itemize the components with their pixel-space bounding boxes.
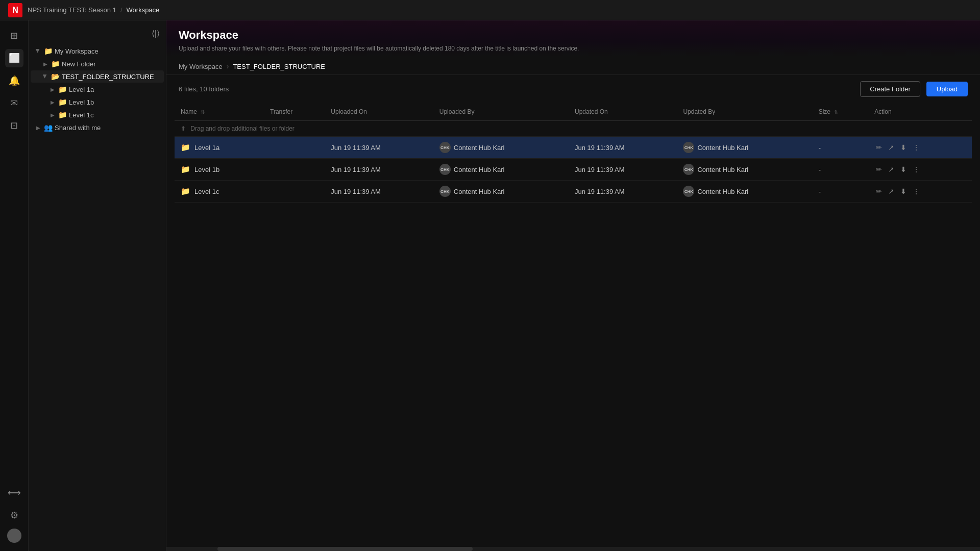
shared-icon: 👥 xyxy=(44,123,53,132)
download-icon-1a[interactable]: ⬇ xyxy=(899,142,908,153)
avatar-uploaded-by-1c: CHK xyxy=(439,186,451,197)
cell-size-1a: - xyxy=(813,137,869,159)
col-transfer: Transfer xyxy=(264,103,325,121)
sort-size-icon: ⇅ xyxy=(834,109,838,115)
sidebar-item-shared-with-me[interactable]: ▶ 👥 Shared with me xyxy=(31,121,164,134)
cell-uploaded-on-1a: Jun 19 11:39 AM xyxy=(325,137,433,159)
nav-tools-icon[interactable]: ⊡ xyxy=(5,116,23,135)
settings-icon[interactable]: ⚙ xyxy=(5,506,23,524)
page-header: Workspace Upload and share your files wi… xyxy=(166,20,980,56)
table-row[interactable]: 📁 Level 1b Jun 19 11:39 AM CHK Content H… xyxy=(175,159,972,181)
share-icon-1c[interactable]: ↗ xyxy=(887,186,896,197)
icon-rail: ⊞ ⬜ 🔔 ✉ ⊡ ⟷ ⚙ xyxy=(0,20,29,551)
netflix-logo: N xyxy=(8,3,22,17)
main-layout: ⊞ ⬜ 🔔 ✉ ⊡ ⟷ ⚙ ⟨|⟩ ▶ 📁 My Workspace ▶ 📁 xyxy=(0,20,980,551)
sidebar-label-my-workspace: My Workspace xyxy=(55,47,160,55)
cell-updated-by-1c: CHK Content Hub Karl xyxy=(677,181,812,203)
cell-uploaded-on-1b: Jun 19 11:39 AM xyxy=(325,159,433,181)
sidebar-tree: ▶ 📁 My Workspace ▶ 📁 New Folder ▶ 📂 TEST… xyxy=(29,44,166,134)
share-icon-1a[interactable]: ↗ xyxy=(887,142,896,153)
nav-notifications-icon[interactable]: 🔔 xyxy=(5,71,23,90)
table-row[interactable]: 📁 Level 1a Jun 19 11:39 AM CHK Content H… xyxy=(175,137,972,159)
nav-workspace-icon[interactable]: ⬜ xyxy=(5,49,23,67)
file-name-1a: Level 1a xyxy=(194,144,219,152)
file-name-1c: Level 1c xyxy=(194,188,219,195)
topbar-parent[interactable]: NPS Training TEST: Season 1 xyxy=(28,6,116,14)
folder-test-icon: 📂 xyxy=(51,72,60,81)
drag-drop-row[interactable]: ⬆ Drag and drop additional files or fold… xyxy=(175,121,972,137)
breadcrumb-current: TEST_FOLDER_STRUCTURE xyxy=(233,63,325,70)
sidebar: ⟨|⟩ ▶ 📁 My Workspace ▶ 📁 New Folder ▶ 📂 … xyxy=(29,20,166,551)
breadcrumb-sep-icon: › xyxy=(227,62,229,70)
breadcrumb-parent[interactable]: My Workspace xyxy=(179,63,223,70)
folder-row-icon-1c: 📁 xyxy=(181,187,190,196)
cell-transfer-1a xyxy=(264,137,325,159)
uploader-name-1c: Content Hub Karl xyxy=(454,188,505,195)
more-icon-1c[interactable]: ⋮ xyxy=(911,186,921,197)
avatar-updated-by-1c: CHK xyxy=(683,186,694,197)
folder-row-icon-1a: 📁 xyxy=(181,143,190,152)
arrow-new-folder: ▶ xyxy=(42,60,49,67)
files-table: Name ⇅ Transfer Uploaded On Uploaded By … xyxy=(175,103,972,203)
sidebar-item-level1a[interactable]: ▶ 📁 Level 1a xyxy=(31,83,164,95)
sidebar-item-my-workspace[interactable]: ▶ 📁 My Workspace xyxy=(31,45,164,57)
edit-icon-1a[interactable]: ✏ xyxy=(874,142,884,153)
horizontal-scrollbar[interactable] xyxy=(166,547,980,551)
user-avatar[interactable] xyxy=(7,529,21,543)
col-name[interactable]: Name ⇅ xyxy=(175,103,264,121)
col-uploaded-on[interactable]: Uploaded On xyxy=(325,103,433,121)
breadcrumb-nav: My Workspace › TEST_FOLDER_STRUCTURE xyxy=(166,56,980,75)
nav-home-icon[interactable]: ⊞ xyxy=(5,27,23,45)
cell-size-1c: - xyxy=(813,181,869,203)
uploader-name-1b: Content Hub Karl xyxy=(454,166,505,173)
col-uploaded-by: Uploaded By xyxy=(433,103,569,121)
folder-new-icon: 📁 xyxy=(51,60,60,68)
download-icon-1c[interactable]: ⬇ xyxy=(899,186,908,197)
edit-icon-1c[interactable]: ✏ xyxy=(874,186,884,197)
sidebar-collapse-btn: ⟨|⟩ xyxy=(29,27,166,44)
more-icon-1a[interactable]: ⋮ xyxy=(911,142,921,153)
col-size[interactable]: Size ⇅ xyxy=(813,103,869,121)
arrow-my-workspace: ▶ xyxy=(35,47,42,55)
topbar-sep: / xyxy=(120,6,122,14)
topbar-current: Workspace xyxy=(127,6,160,14)
expand-collapse-rail-icon[interactable]: ⟷ xyxy=(5,484,23,502)
scrollbar-thumb[interactable] xyxy=(217,547,473,551)
page-title: Workspace xyxy=(179,29,968,42)
sidebar-label-level1c: Level 1c xyxy=(69,111,160,119)
avatar-uploaded-by-1b: CHK xyxy=(439,164,451,175)
share-icon-1b[interactable]: ↗ xyxy=(887,164,896,175)
uploader-name-1a: Content Hub Karl xyxy=(454,144,505,152)
cell-uploaded-by-1c: CHK Content Hub Karl xyxy=(433,181,569,203)
nav-messages-icon[interactable]: ✉ xyxy=(5,94,23,112)
cell-name-1a: 📁 Level 1a xyxy=(175,137,264,159)
cell-transfer-1b xyxy=(264,159,325,181)
col-updated-by: Updated By xyxy=(677,103,812,121)
col-action: Action xyxy=(868,103,972,121)
cell-action-1a: ✏ ↗ ⬇ ⋮ xyxy=(868,137,972,159)
edit-icon-1b[interactable]: ✏ xyxy=(874,164,884,175)
sidebar-item-test-folder[interactable]: ▶ 📂 TEST_FOLDER_STRUCTURE xyxy=(31,70,164,83)
download-icon-1b[interactable]: ⬇ xyxy=(899,164,908,175)
sidebar-item-new-folder[interactable]: ▶ 📁 New Folder xyxy=(31,58,164,70)
cell-name-1b: 📁 Level 1b xyxy=(175,159,264,181)
drag-drop-label: Drag and drop additional files or folder xyxy=(190,125,294,132)
updater-name-1c: Content Hub Karl xyxy=(697,188,748,195)
page-subtitle: Upload and share your files with others.… xyxy=(179,45,968,52)
updater-name-1b: Content Hub Karl xyxy=(697,166,748,173)
cell-updated-by-1a: CHK Content Hub Karl xyxy=(677,137,812,159)
upload-button[interactable]: Upload xyxy=(926,82,968,96)
sort-name-icon: ⇅ xyxy=(201,109,205,115)
folder-my-workspace-icon: 📁 xyxy=(44,47,53,55)
table-row[interactable]: 📁 Level 1c Jun 19 11:39 AM CHK Content H… xyxy=(175,181,972,203)
folder-row-icon-1b: 📁 xyxy=(181,165,190,174)
sidebar-item-level1b[interactable]: ▶ 📁 Level 1b xyxy=(31,96,164,108)
collapse-sidebar-button[interactable]: ⟨|⟩ xyxy=(150,27,162,40)
folder-level1a-icon: 📁 xyxy=(58,85,67,93)
cell-uploaded-by-1a: CHK Content Hub Karl xyxy=(433,137,569,159)
more-icon-1b[interactable]: ⋮ xyxy=(911,164,921,175)
sidebar-item-level1c[interactable]: ▶ 📁 Level 1c xyxy=(31,109,164,121)
create-folder-button[interactable]: Create Folder xyxy=(860,81,920,97)
cell-updated-on-1c: Jun 19 11:39 AM xyxy=(569,181,677,203)
sidebar-label-shared: Shared with me xyxy=(55,124,160,132)
